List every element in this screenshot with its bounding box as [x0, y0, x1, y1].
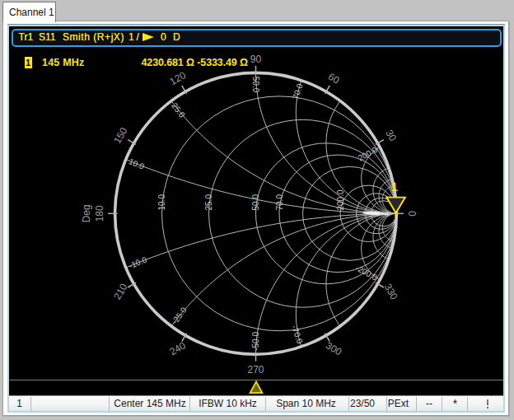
svg-text:200.0: 200.0: [357, 145, 380, 163]
svg-text:70.0: 70.0: [275, 194, 284, 211]
svg-text:-10.0: -10.0: [128, 254, 149, 270]
svg-text:30: 30: [383, 128, 399, 143]
svg-text:Deg: Deg: [81, 204, 92, 222]
svg-text:25.0: 25.0: [204, 194, 213, 211]
svg-text:200.0: 200.0: [336, 189, 345, 210]
svg-text:10.0: 10.0: [157, 194, 166, 211]
svg-text:0: 0: [406, 211, 418, 217]
svg-text:210: 210: [111, 282, 129, 302]
svg-text:50.0: 50.0: [251, 194, 260, 211]
svg-text:120: 120: [168, 69, 189, 87]
svg-text:90: 90: [250, 54, 262, 65]
svg-text:10.0: 10.0: [128, 156, 147, 171]
svg-text:330: 330: [382, 282, 400, 302]
svg-text:-200.0: -200.0: [354, 263, 380, 282]
svg-text:300: 300: [324, 339, 344, 357]
svg-text:50.0: 50.0: [251, 77, 260, 93]
svg-text:180: 180: [94, 205, 105, 222]
svg-text:240: 240: [168, 339, 189, 357]
svg-text:150: 150: [111, 125, 129, 146]
svg-text:70.0: 70.0: [291, 82, 305, 100]
svg-text:1: 1: [391, 180, 398, 194]
svg-text:-70.0: -70.0: [290, 324, 305, 345]
svg-text:60: 60: [326, 71, 342, 86]
svg-text:270: 270: [247, 364, 264, 376]
svg-text:-50.0: -50.0: [251, 332, 260, 351]
